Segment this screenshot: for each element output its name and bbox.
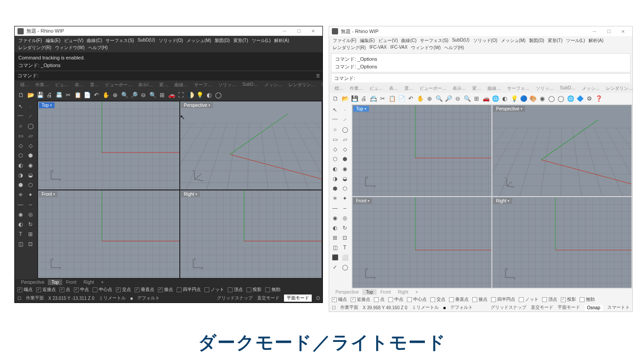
tool-button[interactable]: 🚗: [481, 94, 491, 103]
side-tool-button[interactable]: ✳: [16, 190, 25, 200]
side-tool-button[interactable]: ◇: [25, 141, 35, 151]
osnap-toggle[interactable]: 交点: [116, 286, 131, 293]
status-gridsnap[interactable]: グリッドスナップ: [491, 304, 526, 311]
tool-button[interactable]: ✂: [378, 94, 387, 103]
tool-button[interactable]: 🔍: [434, 94, 444, 103]
status-cplane[interactable]: 作業平面: [340, 304, 358, 311]
side-tool-button[interactable]: ⬡: [330, 154, 340, 164]
viewport-tab[interactable]: Perspective: [17, 279, 48, 285]
checkbox-icon[interactable]: [204, 287, 209, 292]
checkbox-icon[interactable]: [158, 287, 163, 292]
status-units[interactable]: ミリメートル: [412, 304, 439, 311]
side-tool-button[interactable]: ▭: [330, 135, 340, 144]
osnap-toggle[interactable]: 端点: [332, 296, 347, 303]
osnap-toggle[interactable]: 中心点: [407, 296, 427, 303]
tool-button[interactable]: 🔍: [120, 90, 129, 100]
menu-item[interactable]: サーフェス(S): [418, 37, 450, 44]
menu-item[interactable]: ファイル(F): [17, 37, 44, 44]
osnap-toggle[interactable]: 頂点: [542, 296, 557, 303]
side-tool-button[interactable]: ⬡: [340, 184, 350, 194]
toolbar-tab[interactable]: 変…: [470, 85, 484, 92]
side-tool-button[interactable]: ◉: [16, 210, 25, 219]
checkbox-icon[interactable]: [228, 287, 233, 292]
checkbox-icon[interactable]: [374, 297, 379, 302]
titlebar[interactable]: 無題 - Rhino WIP ─ ☐ ✕: [329, 26, 632, 36]
side-tool-button[interactable]: ✓: [330, 262, 340, 272]
osnap-toggle[interactable]: 中心点: [93, 286, 112, 293]
checkbox-icon[interactable]: [265, 287, 270, 292]
status-planar[interactable]: 平面モード: [284, 295, 312, 302]
side-tool-button[interactable]: ⬜: [340, 253, 350, 262]
tool-button[interactable]: 📋: [387, 94, 397, 103]
menu-item[interactable]: ファイル(F): [331, 37, 358, 44]
tool-button[interactable]: 📂: [340, 94, 350, 103]
toolbar-tab[interactable]: サーフ…: [191, 81, 215, 88]
toolbar-tab[interactable]: 選…: [402, 85, 416, 92]
side-tool-button[interactable]: ▭: [16, 131, 25, 141]
osnap-toggle[interactable]: 中点: [74, 286, 89, 293]
toolbar-tab[interactable]: ビュ…: [367, 85, 386, 92]
tool-button[interactable]: 🔍: [148, 90, 157, 100]
osnap-toggle[interactable]: ノット: [519, 296, 538, 303]
tool-button[interactable]: 📋: [73, 90, 82, 100]
menu-item[interactable]: IFC-VAX: [389, 44, 410, 51]
checkbox-icon[interactable]: [472, 297, 477, 302]
tool-button[interactable]: 💡: [509, 94, 519, 103]
side-tool-button[interactable]: ◒: [25, 170, 35, 180]
status-ortho[interactable]: 直交モード: [531, 304, 553, 311]
menu-item[interactable]: レンダリング(R): [331, 44, 368, 51]
menu-item[interactable]: 解析(A): [272, 37, 291, 44]
tool-button[interactable]: ↶: [406, 94, 415, 103]
side-tool-button[interactable]: ⬢: [330, 184, 340, 194]
status-planar[interactable]: 平面モード: [558, 304, 580, 311]
side-tool-button[interactable]: ↖: [330, 105, 340, 115]
maximize-button[interactable]: ☐: [292, 27, 305, 35]
menu-item[interactable]: ツール(L): [564, 37, 587, 44]
side-tool-button[interactable]: ◒: [340, 174, 350, 184]
side-tool-button[interactable]: ↖: [16, 101, 25, 111]
viewport-tab[interactable]: Perspective: [332, 289, 362, 295]
osnap-toggle[interactable]: 投影: [561, 296, 576, 303]
toolbar-tab[interactable]: ソリッ…: [216, 81, 239, 88]
side-tool-button[interactable]: ◐: [16, 219, 25, 229]
menu-item[interactable]: ビュー(V): [377, 37, 399, 44]
side-tool-button[interactable]: ◉: [340, 164, 350, 174]
checkbox-icon[interactable]: [74, 287, 79, 292]
toolbar-tab[interactable]: 変…: [157, 81, 171, 88]
tool-button[interactable]: 📇: [54, 90, 64, 100]
checkbox-icon[interactable]: [580, 297, 585, 302]
side-tool-button[interactable]: 〰: [16, 111, 25, 121]
tool-button[interactable]: ◯: [547, 94, 556, 103]
toolbar-tab[interactable]: SubD…: [557, 85, 578, 92]
side-tool-button[interactable]: –: [25, 200, 35, 210]
side-tool-button[interactable]: ◫: [16, 239, 25, 249]
toolbar-tab[interactable]: ビューポー…: [417, 85, 449, 92]
menu-item[interactable]: SubD(U): [136, 37, 157, 44]
tool-button[interactable]: 📇: [369, 94, 378, 103]
menu-item[interactable]: ウィンドウ(W): [409, 44, 442, 51]
side-tool-button[interactable]: ◎: [340, 213, 350, 223]
toolbar-tab[interactable]: 標…: [17, 81, 32, 88]
status-cplane[interactable]: 作業平面: [26, 295, 44, 301]
status-ortho[interactable]: 直交モード: [257, 295, 280, 301]
side-tool-button[interactable]: ↻: [340, 223, 350, 233]
viewport-tab[interactable]: Front: [62, 279, 80, 285]
toolbar-tab[interactable]: 作業…: [33, 81, 51, 88]
menu-item[interactable]: 曲線(C): [85, 37, 104, 44]
toolbar-tab[interactable]: 表示…: [450, 85, 469, 92]
side-tool-button[interactable]: ◯: [25, 121, 35, 131]
menu-item[interactable]: ツール(L): [250, 37, 272, 44]
tool-button[interactable]: ⛶: [176, 90, 186, 100]
viewport-right[interactable]: Right▾ zx: [180, 190, 322, 278]
close-button[interactable]: ✕: [306, 27, 320, 35]
side-tool-button[interactable]: ◐: [330, 164, 340, 174]
checkbox-icon[interactable]: [116, 287, 121, 292]
osnap-toggle[interactable]: 無効: [580, 296, 595, 303]
toolbar-tab[interactable]: メッシ…: [579, 85, 602, 92]
osnap-toggle[interactable]: 近接点: [351, 296, 370, 303]
side-tool-button[interactable]: ⬡: [25, 180, 35, 190]
side-tool-button[interactable]: ○: [16, 121, 25, 131]
menu-item[interactable]: 編集(E): [44, 37, 62, 44]
tool-button[interactable]: ↶: [92, 90, 101, 100]
side-tool-button[interactable]: ⬢: [16, 180, 25, 190]
